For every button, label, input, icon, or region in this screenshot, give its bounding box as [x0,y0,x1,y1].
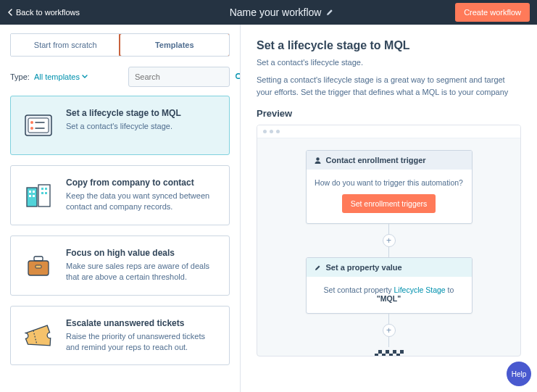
template-card-title: Set a lifecycle stage to MQL [66,108,219,118]
template-card-title: Focus on high value deals [66,248,219,258]
set-property-node[interactable]: Set a property value Set contact propert… [306,257,473,314]
svg-rect-8 [33,191,35,193]
svg-rect-14 [45,192,47,194]
action-value: "MQL" [314,294,465,303]
action-property-link[interactable]: Lifecycle Stage [394,285,445,294]
template-card-desc: Set a contact's lifecycle stage. [66,121,219,132]
type-label: Type: [10,72,30,81]
template-tabs: Start from scratch Templates [10,33,230,57]
template-card-title: Escalate unanswered tickets [66,318,219,328]
svg-rect-6 [38,185,50,207]
svg-rect-5 [27,188,37,207]
workflow-title-wrap[interactable]: Name your workflow [109,7,455,18]
template-card[interactable]: Focus on high value deals Make sure sale… [10,235,230,296]
svg-rect-2 [28,118,49,133]
buildings-icon [21,178,56,212]
action-text-pre: Set contact property [324,285,394,294]
add-step-button[interactable]: + [383,324,396,337]
edit-icon [314,264,322,272]
ticket-icon [21,318,56,353]
action-text-post: to [446,285,454,294]
svg-rect-17 [36,265,41,268]
svg-rect-10 [33,195,35,197]
svg-rect-16 [34,257,43,261]
connector-line [388,224,389,234]
template-card[interactable]: Escalate unanswered tickets Raise the pr… [10,306,230,366]
pencil-icon [325,8,334,17]
connector-line [388,247,389,257]
detail-title: Set a lifecycle stage to MQL [257,39,521,52]
detail-paragraph: Setting a contact's lifecycle stage is a… [257,74,521,98]
enrollment-head-label: Contact enrollment trigger [326,156,426,164]
person-icon [314,157,322,164]
enrollment-trigger-node[interactable]: Contact enrollment trigger How do you wa… [306,150,473,224]
template-card[interactable]: Copy from company to contact Keep the da… [10,165,230,225]
template-card[interactable]: Set a lifecycle stage to MQL Set a conta… [10,96,230,155]
filter-row: Type: All templates [10,67,230,87]
briefcase-icon [21,248,56,283]
action-head-label: Set a property value [326,263,402,272]
template-card-desc: Make sure sales reps are aware of deals … [66,261,219,283]
enrollment-question: How do you want to trigger this automati… [314,178,465,187]
left-panel: Start from scratch Templates Type: All t… [0,25,241,392]
tab-templates[interactable]: Templates [120,34,230,56]
search-input-wrap[interactable] [128,67,230,87]
back-label: Back to workflows [16,8,80,17]
chevron-left-icon [7,9,13,16]
add-step-button[interactable]: + [383,234,396,247]
svg-rect-9 [29,195,31,197]
svg-rect-13 [41,192,43,194]
chevron-down-icon [82,75,88,79]
svg-rect-11 [41,188,43,190]
template-list: Set a lifecycle stage to MQL Set a conta… [10,96,230,380]
preview-window-dots [257,125,520,138]
top-bar: Back to workflows Name your workflow Cre… [0,0,537,25]
type-dropdown-value: All templates [34,72,80,81]
svg-rect-7 [29,191,31,193]
detail-subtitle: Set a contact's lifecycle stage. [257,58,521,67]
help-button[interactable]: Help [507,362,531,386]
svg-point-4 [30,127,33,130]
svg-point-3 [30,121,33,124]
tab-start-from-scratch[interactable]: Start from scratch [11,34,120,56]
template-card-desc: Raise the priority of unanswered tickets… [66,331,219,354]
template-card-desc: Keep the data you want synced between co… [66,191,219,213]
create-workflow-button[interactable]: Create workflow [455,3,530,22]
template-card-title: Copy from company to contact [66,178,219,188]
connector-line [388,337,389,347]
search-input[interactable] [135,72,235,81]
preview-heading: Preview [257,108,521,119]
search-icon [235,72,241,81]
right-panel: Set a lifecycle stage to MQL Set a conta… [241,25,537,392]
back-to-workflows-link[interactable]: Back to workflows [7,8,109,17]
set-enrollment-triggers-button[interactable]: Set enrollment triggers [342,194,436,213]
workflow-title: Name your workflow [230,7,322,18]
connector-line [388,314,389,324]
checklist-icon [21,108,56,143]
svg-rect-12 [45,188,47,190]
finish-flag-icon [375,350,404,356]
svg-point-18 [316,157,319,160]
preview-frame: Contact enrollment trigger How do you wa… [257,125,521,356]
type-dropdown[interactable]: All templates [34,72,88,81]
